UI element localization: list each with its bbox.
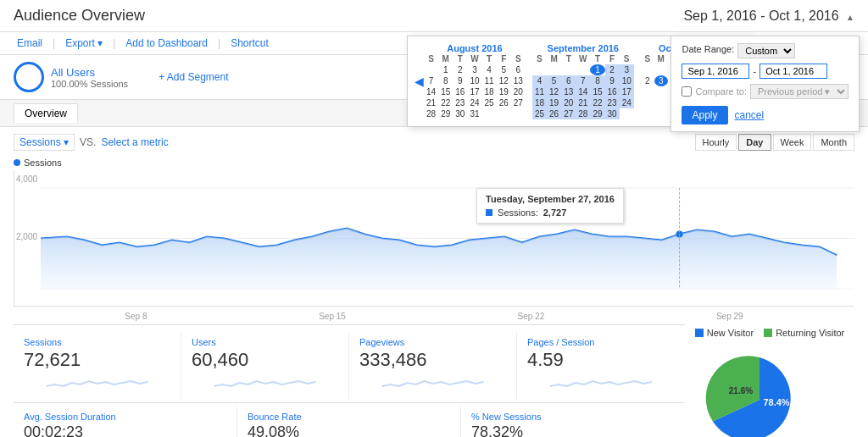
y-label-4000: 4,000 xyxy=(16,174,37,184)
stat-pages-session-value: 4.59 xyxy=(527,349,675,371)
stat-pageviews-value: 333,486 xyxy=(359,349,506,371)
apply-button[interactable]: Apply xyxy=(682,106,727,124)
segment-item: All Users 100.00% Sessions xyxy=(14,62,128,92)
pie-chart-area: New Visitor Returning Visitor xyxy=(685,321,854,437)
dr-range-select[interactable]: Custom xyxy=(737,43,795,58)
segment-pct: 100.00% Sessions xyxy=(51,79,128,89)
page-wrapper: Audience Overview Sep 1, 2016 - Oct 1, 2… xyxy=(0,0,868,437)
cal-august-title: August 2016 xyxy=(424,43,526,53)
dr-compare-select[interactable]: Previous period ▾ xyxy=(750,84,849,99)
metric-select: Sessions ▾ VS. Select a metric xyxy=(14,134,169,151)
cancel-link[interactable]: cancel xyxy=(735,109,765,121)
tooltip-dot xyxy=(486,209,492,216)
pie-legend: New Visitor Returning Visitor xyxy=(692,328,848,338)
cal-september-grid: SMTWTFS 123 45678910 11121314151617 1819… xyxy=(532,53,634,119)
legend-new-label: New Visitor xyxy=(707,328,754,338)
stat-new-sessions: % New Sessions 78.32% xyxy=(461,407,685,437)
stat-pageviews: Pageviews 333,486 xyxy=(349,332,517,399)
caret-icon: ▲ xyxy=(846,13,854,22)
legend-returning-visitor: Returning Visitor xyxy=(764,328,844,338)
pie-svg: 78.4% 21.6% xyxy=(692,345,827,437)
segment-info: All Users 100.00% Sessions xyxy=(51,66,128,89)
sessions-label: Sessions xyxy=(14,158,854,168)
cal-prev-button[interactable]: ◀ xyxy=(415,43,424,119)
stat-pageviews-label: Pageviews xyxy=(359,337,506,347)
tooltip-value: 2,727 xyxy=(543,207,567,218)
x-label-sep29: Sep 29 xyxy=(716,312,743,321)
stat-avg-duration-label: Avg. Session Duration xyxy=(24,412,226,422)
stat-sessions-label: Sessions xyxy=(24,337,170,347)
dr-compare-label: Compare to: xyxy=(695,86,747,97)
date-range-text: Sep 1, 2016 - Oct 1, 2016 xyxy=(683,8,838,23)
chart-tooltip: Tuesday, September 27, 2016 Sessions: 2,… xyxy=(476,188,624,224)
legend-new-dot xyxy=(695,329,704,337)
legend-new-visitor: New Visitor xyxy=(695,328,754,338)
time-btn-month[interactable]: Month xyxy=(813,134,854,151)
dr-label: Date Range: xyxy=(682,44,734,54)
dr-compare-checkbox[interactable] xyxy=(682,86,692,97)
main-content: Sessions ▾ VS. Select a metric Hourly Da… xyxy=(0,127,868,437)
bottom-stats: Sessions 72,621 Users 60,460 xyxy=(14,321,685,437)
x-label-sep8: Sep 8 xyxy=(125,312,147,321)
dr-start-input[interactable] xyxy=(682,64,749,79)
add-dashboard-button[interactable]: Add to Dashboard xyxy=(122,36,211,51)
stat-avg-duration: Avg. Session Duration 00:02:23 xyxy=(14,407,237,437)
sessions-dropdown[interactable]: Sessions ▾ xyxy=(14,134,75,151)
email-button[interactable]: Email xyxy=(14,36,46,51)
stat-users-value: 60,460 xyxy=(192,349,338,371)
cal-september: September 2016 SMTWTFS 123 45678910 1112… xyxy=(532,43,634,119)
stat-pages-session: Pages / Session 4.59 xyxy=(517,332,685,399)
dr-inputs-row: - xyxy=(682,64,849,79)
legend-returning-dot xyxy=(764,329,772,337)
dr-end-input[interactable] xyxy=(760,64,827,79)
dr-compare-row: Compare to: Previous period ▾ xyxy=(682,84,849,99)
stat-bounce-rate: Bounce Rate 49.08% xyxy=(237,407,461,437)
stat-sessions: Sessions 72,621 xyxy=(14,332,181,399)
sparkline-pageviews xyxy=(359,371,506,391)
segment-name[interactable]: All Users xyxy=(51,66,128,79)
chart-svg xyxy=(14,171,854,306)
select-metric-link[interactable]: Select a metric xyxy=(101,136,168,148)
pie-label-new: 78.4% xyxy=(763,397,789,407)
sparkline-pages-session xyxy=(527,371,675,391)
export-button[interactable]: Export ▾ xyxy=(62,36,106,51)
add-segment-button[interactable]: + Add Segment xyxy=(159,71,228,83)
chart-area: 4,000 2,000 xyxy=(14,171,854,307)
stat-avg-duration-value: 00:02:23 xyxy=(24,423,226,437)
tooltip-title: Tuesday, September 27, 2016 xyxy=(486,194,615,204)
controls-row: Sessions ▾ VS. Select a metric Hourly Da… xyxy=(14,134,854,151)
y-label-2000: 2,000 xyxy=(16,232,37,241)
time-btn-day[interactable]: Day xyxy=(738,134,771,151)
header: Audience Overview Sep 1, 2016 - Oct 1, 2… xyxy=(0,0,868,32)
time-buttons: Hourly Day Week Month xyxy=(695,134,854,151)
page-title: Audience Overview xyxy=(14,7,145,25)
x-label-sep15: Sep 15 xyxy=(319,312,346,321)
bottom-area: Sessions 72,621 Users 60,460 xyxy=(14,321,854,437)
dr-actions: Apply cancel xyxy=(682,106,849,124)
shortcut-button[interactable]: Shortcut xyxy=(227,36,272,51)
time-btn-week[interactable]: Week xyxy=(773,134,812,151)
stat-new-sessions-value: 78.32% xyxy=(471,423,675,437)
sparkline-sessions xyxy=(24,371,170,391)
cal-august-grid: SMTWTFS 123456 78910111213 1415161718192… xyxy=(424,53,526,119)
stat-users-label: Users xyxy=(192,337,338,347)
dr-dash: - xyxy=(753,66,756,76)
date-range-toggle[interactable]: Sep 1, 2016 - Oct 1, 2016 ▲ xyxy=(683,8,854,24)
stat-users: Users 60,460 xyxy=(181,332,349,399)
pie-label-returning: 21.6% xyxy=(729,386,753,396)
vs-label: VS. xyxy=(80,136,96,148)
tab-overview[interactable]: Overview xyxy=(14,103,78,123)
time-btn-hourly[interactable]: Hourly xyxy=(695,134,737,151)
date-range-panel: Date Range: Custom - Compare to: Previou… xyxy=(670,36,860,132)
dr-label-row: Date Range: Custom xyxy=(682,43,849,58)
cal-august: August 2016 SMTWTFS 123456 78910111213 1… xyxy=(424,43,526,119)
stat-bounce-rate-value: 49.08% xyxy=(248,423,450,437)
segment-circle xyxy=(14,62,44,92)
sparkline-users xyxy=(192,371,338,391)
stats-grid: Sessions 72,621 Users 60,460 xyxy=(14,324,685,399)
stat-new-sessions-label: % New Sessions xyxy=(471,412,675,422)
sessions-dot xyxy=(14,159,20,166)
cal-september-title: September 2016 xyxy=(532,43,634,53)
stat-bounce-rate-label: Bounce Rate xyxy=(248,412,450,422)
tooltip-label: Sessions: xyxy=(498,207,538,218)
